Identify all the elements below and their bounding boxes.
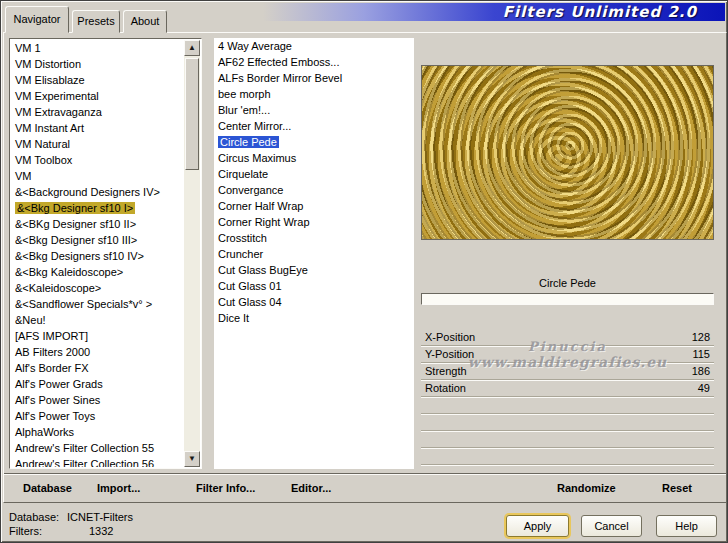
- list-item-label: Convergance: [218, 184, 283, 196]
- list-item[interactable]: VM Distortion: [11, 56, 184, 72]
- list-item[interactable]: Andrew's Filter Collection 56: [11, 456, 184, 467]
- list-item[interactable]: &<Bkg Designer sf10 III>: [11, 232, 184, 248]
- list-item[interactable]: Andrew's Filter Collection 55: [11, 440, 184, 456]
- list-item-label: Circus Maximus: [218, 152, 296, 164]
- list-item-label: VM Experimental: [15, 90, 99, 102]
- list-item[interactable]: Cirquelate: [214, 166, 414, 182]
- list-item[interactable]: Corner Half Wrap: [214, 198, 414, 214]
- list-item[interactable]: VM Instant Art: [11, 120, 184, 136]
- list-item-label: VM Toolbox: [15, 154, 72, 166]
- scrollbar-thumb[interactable]: [185, 58, 199, 170]
- list-item-label: VM 1: [15, 42, 41, 54]
- status-database-value: ICNET-Filters: [67, 511, 133, 523]
- list-item-label: Circle Pede: [218, 136, 279, 148]
- list-item[interactable]: Circle Pede: [214, 134, 414, 150]
- list-item-label: Cirquelate: [218, 168, 268, 180]
- parameter-row[interactable]: Rotation49: [421, 380, 714, 397]
- parameter-row[interactable]: Y-Position115: [421, 346, 714, 363]
- parameter-row[interactable]: Strength186: [421, 363, 714, 380]
- list-item[interactable]: Dice It: [214, 310, 414, 326]
- list-item[interactable]: [AFS IMPORT]: [11, 328, 184, 344]
- parameter-label: Y-Position: [425, 346, 474, 362]
- list-item[interactable]: Cruncher: [214, 246, 414, 262]
- list-item[interactable]: Center Mirror...: [214, 118, 414, 134]
- list-item-label: Blur 'em!...: [218, 104, 270, 116]
- filter-listbox[interactable]: 4 Way AverageAF62 Effected Emboss...ALFs…: [214, 38, 414, 469]
- list-item-label: &<Bkg Designer sf10 I>: [15, 202, 135, 214]
- list-item[interactable]: Corner Right Wrap: [214, 214, 414, 230]
- list-item[interactable]: ALFs Border Mirror Bevel: [214, 70, 414, 86]
- list-item-label: VM Distortion: [15, 58, 81, 70]
- tab-navigator-label: Navigator: [13, 13, 60, 25]
- tab-navigator[interactable]: Navigator: [5, 6, 69, 33]
- list-item[interactable]: VM Toolbox: [11, 152, 184, 168]
- list-item[interactable]: AB Filters 2000: [11, 344, 184, 360]
- list-item[interactable]: VM 1: [11, 40, 184, 56]
- toolbar: Database Import... Filter Info... Editor…: [4, 473, 726, 502]
- list-item[interactable]: &<Background Designers IV>: [11, 184, 184, 200]
- list-item-label: Alf's Power Toys: [15, 410, 95, 422]
- list-item[interactable]: Alf's Border FX: [11, 360, 184, 376]
- list-item[interactable]: AlphaWorks: [11, 424, 184, 440]
- import-button[interactable]: Import...: [97, 482, 140, 494]
- list-item[interactable]: Cut Glass BugEye: [214, 262, 414, 278]
- list-item[interactable]: Alf's Power Grads: [11, 376, 184, 392]
- category-items: VM 1VM DistortionVM ElisablazeVM Experim…: [11, 40, 184, 467]
- list-item[interactable]: &<Sandflower Specials*v° >: [11, 296, 184, 312]
- randomize-button[interactable]: Randomize: [557, 482, 616, 494]
- list-item[interactable]: &<Kaleidoscope>: [11, 280, 184, 296]
- parameter-row-empty: [421, 431, 714, 448]
- list-item-label: Alf's Border FX: [15, 362, 89, 374]
- list-item[interactable]: Blur 'em!...: [214, 102, 414, 118]
- list-item-label: &<Bkg Kaleidoscope>: [15, 266, 123, 278]
- list-item[interactable]: Alf's Power Sines: [11, 392, 184, 408]
- parameter-table: X-Position128Y-Position115Strength186Rot…: [421, 329, 714, 465]
- list-item[interactable]: Alf's Power Toys: [11, 408, 184, 424]
- help-button[interactable]: Help: [656, 515, 717, 537]
- list-item-label: [AFS IMPORT]: [15, 330, 88, 342]
- list-item[interactable]: &<Bkg Designers sf10 IV>: [11, 248, 184, 264]
- tab-presets[interactable]: Presets: [72, 10, 120, 33]
- preview-filter-name: Circle Pede: [421, 277, 714, 289]
- scroll-up-icon[interactable]: ▲: [184, 40, 200, 56]
- list-item[interactable]: VM Natural: [11, 136, 184, 152]
- status-database-label: Database:: [9, 511, 59, 523]
- reset-button[interactable]: Reset: [662, 482, 692, 494]
- list-item-label: Corner Half Wrap: [218, 200, 303, 212]
- list-item-label: Dice It: [218, 312, 249, 324]
- list-item[interactable]: Convergance: [214, 182, 414, 198]
- list-item[interactable]: Circus Maximus: [214, 150, 414, 166]
- list-item-label: Cut Glass BugEye: [218, 264, 308, 276]
- filter-info-button[interactable]: Filter Info...: [196, 482, 255, 494]
- category-listbox[interactable]: VM 1VM DistortionVM ElisablazeVM Experim…: [9, 38, 202, 469]
- list-item[interactable]: VM Experimental: [11, 88, 184, 104]
- list-item[interactable]: &Neu!: [11, 312, 184, 328]
- parameter-row[interactable]: X-Position128: [421, 329, 714, 346]
- list-item[interactable]: VM Elisablaze: [11, 72, 184, 88]
- scroll-down-icon[interactable]: ▼: [184, 451, 200, 467]
- list-item-label: &Neu!: [15, 314, 46, 326]
- list-item-label: &<Kaleidoscope>: [15, 282, 101, 294]
- list-item-label: Cut Glass 04: [218, 296, 282, 308]
- tab-about[interactable]: About: [123, 10, 167, 33]
- category-scrollbar[interactable]: ▲ ▼: [184, 40, 200, 467]
- parameter-label: X-Position: [425, 329, 475, 345]
- list-item[interactable]: bee morph: [214, 86, 414, 102]
- apply-button[interactable]: Apply: [506, 515, 569, 537]
- list-item[interactable]: 4 Way Average: [214, 38, 414, 54]
- list-item[interactable]: &<BKg Designer sf10 II>: [11, 216, 184, 232]
- list-item[interactable]: Crosstitch: [214, 230, 414, 246]
- cancel-button[interactable]: Cancel: [581, 515, 642, 537]
- list-item[interactable]: Cut Glass 01: [214, 278, 414, 294]
- list-item[interactable]: &<Bkg Kaleidoscope>: [11, 264, 184, 280]
- list-item-label: VM: [15, 170, 32, 182]
- list-item-label: &<BKg Designer sf10 II>: [15, 218, 136, 230]
- database-button[interactable]: Database: [23, 482, 72, 494]
- list-item[interactable]: VM Extravaganza: [11, 104, 184, 120]
- list-item-label: Andrew's Filter Collection 56: [15, 458, 154, 467]
- list-item[interactable]: Cut Glass 04: [214, 294, 414, 310]
- list-item[interactable]: AF62 Effected Emboss...: [214, 54, 414, 70]
- list-item[interactable]: VM: [11, 168, 184, 184]
- list-item[interactable]: &<Bkg Designer sf10 I>: [11, 200, 184, 216]
- editor-button[interactable]: Editor...: [291, 482, 331, 494]
